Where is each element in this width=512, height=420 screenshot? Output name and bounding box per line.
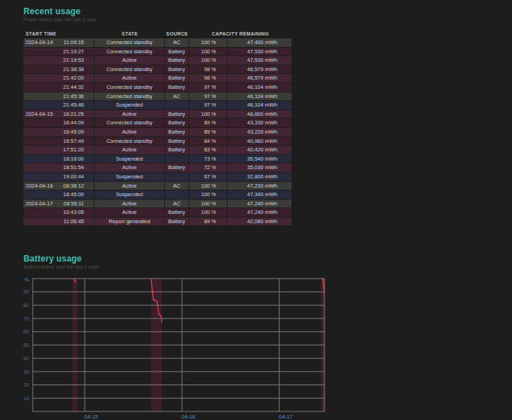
cell-capacity-mwh: 47,240 mWh: [228, 200, 292, 208]
table-row: 17:51:20ActiveBattery83 %40,420 mWh: [23, 146, 292, 154]
cell-source: [165, 190, 188, 199]
y-axis-tick-label: 80: [23, 302, 29, 308]
battery-usage-title: Battery usage: [23, 254, 82, 264]
cell-start-time: 19:00:44: [23, 173, 94, 181]
cell-start-time: 21:44:32: [23, 83, 94, 92]
cell-capacity-mwh: 43,220 mWh: [228, 128, 292, 136]
cell-time-of-day: 16:21:25: [63, 110, 94, 119]
x-axis-tick-label: 04-17: [279, 414, 292, 420]
cell-time-of-day: 18:45:00: [63, 190, 94, 199]
cell-start-time: 16:57:49: [23, 137, 94, 146]
cell-date: [23, 119, 26, 127]
battery-report-page: Recent usage Power states over the last …: [0, 0, 512, 420]
cell-start-time: 18:18:00: [23, 155, 94, 163]
y-axis-tick-label: 70: [23, 316, 29, 322]
cell-capacity-mwh: 42,080 mWh: [228, 217, 292, 226]
cell-capacity-percent: 100 %: [189, 38, 227, 47]
cell-date: 2024-04-15: [23, 110, 53, 119]
cell-source: Battery: [165, 48, 188, 56]
cell-state: Connected standby: [95, 92, 164, 101]
table-row: 21:19:53ActiveBattery100 %47,530 mWh: [23, 56, 292, 65]
table-row: 18:51:54ActiveBattery72 %35,030 mWh: [23, 163, 292, 172]
table-row: 21:45:36Connected standbyAC97 %46,104 mW…: [23, 92, 292, 101]
cell-state: Active: [95, 146, 164, 154]
cell-capacity-percent: 100 %: [189, 48, 227, 56]
table-row: 21:38:38Connected standbyBattery98 %46,5…: [23, 65, 292, 74]
cell-capacity-percent: 97 %: [189, 101, 227, 109]
table-row: 2024-04-1411:09:15Connected standbyAC100…: [23, 38, 292, 47]
cell-capacity-mwh: 35,540 mWh: [228, 155, 292, 163]
table-row: 18:45:00Suspended100 %47,340 mWh: [23, 190, 292, 199]
table-row: 16:44:09Connected standbyBattery89 %43,3…: [23, 119, 292, 127]
cell-start-time: 21:38:38: [23, 65, 94, 74]
cell-state: Active: [95, 182, 164, 190]
cell-start-time: 21:42:00: [23, 74, 94, 82]
cell-capacity-mwh: 40,420 mWh: [228, 146, 292, 154]
cell-start-time: 21:45:46: [23, 101, 94, 109]
cell-capacity-mwh: 47,530 mWh: [228, 56, 292, 65]
cell-start-time: 11:06:45: [23, 217, 94, 226]
recent-usage-title: Recent usage: [23, 6, 80, 16]
cell-state: Report generated: [95, 217, 164, 226]
cell-capacity-percent: 89 %: [189, 119, 227, 127]
cell-start-time: 10:43:05: [23, 208, 94, 217]
table-row: 18:18:00Suspended73 %35,540 mWh: [23, 155, 292, 163]
cell-capacity-mwh: 47,230 mWh: [228, 182, 292, 190]
cell-start-time: 16:44:09: [23, 119, 94, 127]
table-row: 21:45:46Suspended97 %46,104 mWh: [23, 101, 292, 109]
x-axis-tick-label: 04-16: [181, 414, 195, 420]
cell-time-of-day: 21:19:27: [63, 48, 94, 56]
y-axis-unit-label: %: [24, 276, 29, 283]
table-row: 19:00:44Suspended67 %32,800 mWh: [23, 173, 292, 181]
cell-state: Suspended: [95, 155, 164, 163]
cell-time-of-day: 18:51:54: [63, 163, 94, 172]
y-axis-tick-label: 20: [23, 382, 29, 388]
cell-time-of-day: 21:38:38: [63, 65, 94, 74]
y-axis-tick-label: 50: [23, 342, 29, 348]
cell-capacity-percent: 89 %: [189, 128, 227, 136]
cell-capacity-percent: 89 %: [189, 217, 227, 226]
cell-source: Battery: [165, 137, 188, 146]
cell-date: [23, 128, 26, 136]
power-states-table: START TIME STATE SOURCE CAPACITY REMAINI…: [23, 30, 292, 226]
cell-date: [23, 208, 26, 217]
cell-source: Battery: [165, 119, 188, 127]
cell-state: Suspended: [95, 173, 164, 181]
cell-source: Battery: [165, 110, 188, 119]
cell-capacity-mwh: 46,579 mWh: [228, 65, 292, 74]
cell-time-of-day: 18:18:00: [63, 155, 94, 163]
cell-time-of-day: 19:00:44: [63, 173, 94, 181]
cell-capacity-mwh: 35,030 mWh: [228, 163, 292, 172]
y-axis-tick-label: 30: [23, 369, 29, 375]
cell-capacity-percent: 98 %: [189, 74, 227, 82]
cell-capacity-mwh: 47,400 mWh: [228, 38, 292, 47]
table-row: 11:06:45Report generatedBattery89 %42,08…: [23, 217, 292, 226]
cell-time-of-day: 21:19:53: [63, 56, 94, 65]
cell-date: [23, 56, 26, 65]
x-axis-tick-label: 04-15: [85, 414, 98, 420]
cell-date: [23, 155, 26, 163]
cell-source: [165, 101, 188, 109]
cell-state: Active: [95, 56, 164, 65]
cell-date: 2024-04-16: [23, 182, 53, 190]
cell-capacity-percent: 100 %: [189, 56, 227, 65]
column-header-capacity-remaining: CAPACITY REMAINING: [189, 31, 292, 36]
cell-capacity-percent: 72 %: [189, 163, 227, 172]
cell-time-of-day: 21:45:36: [63, 92, 94, 101]
cell-time-of-day: 11:06:45: [63, 217, 94, 226]
cell-source: AC: [165, 200, 188, 208]
cell-source: Battery: [165, 163, 188, 172]
y-axis-tick-label: 90: [23, 289, 29, 295]
y-axis-tick-label: 10: [23, 395, 29, 402]
cell-capacity-mwh: 46,104 mWh: [228, 83, 292, 92]
cell-state: Connected standby: [95, 119, 164, 127]
cell-date: [23, 146, 26, 154]
cell-date: [23, 190, 26, 199]
y-axis-tick-label: 40: [23, 355, 29, 362]
recent-usage-subtitle: Power states over the last 3 days: [23, 17, 97, 22]
cell-capacity-mwh: 47,530 mWh: [228, 48, 292, 56]
cell-start-time: 16:45:09: [23, 128, 94, 136]
cell-capacity-mwh: 47,240 mWh: [228, 208, 292, 217]
table-body: 2024-04-1411:09:15Connected standbyAC100…: [23, 38, 292, 225]
cell-time-of-day: 10:43:05: [63, 208, 94, 217]
